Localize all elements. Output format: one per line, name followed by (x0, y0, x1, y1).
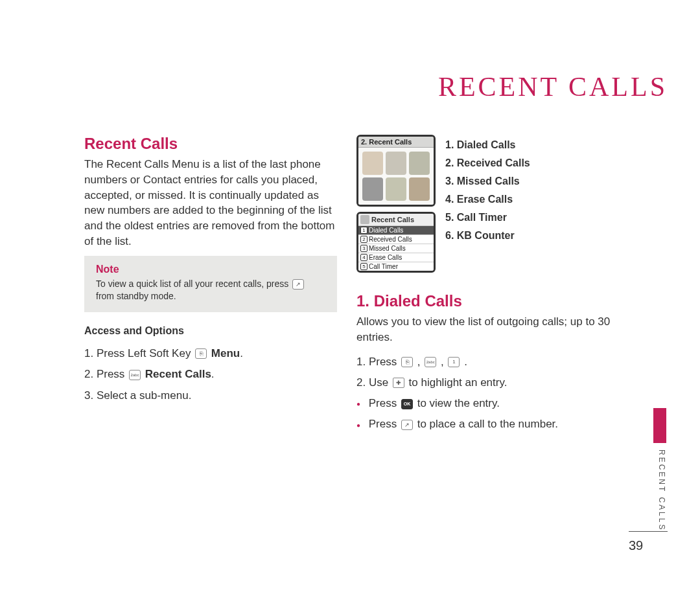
screen1-body (358, 148, 434, 205)
manual-page: RECENT CALLS Recent Calls The Recent Cal… (84, 71, 668, 553)
step-2: 2. Press Recent Calls. (84, 364, 337, 385)
note-box: Note To view a quick list of all your re… (84, 256, 337, 312)
phone-screenshots: 2. Recent Calls (356, 135, 436, 273)
screen-list-row: 3Missed Calls (358, 244, 434, 253)
menu-item: 1. Dialed Calls (445, 136, 530, 154)
ok-key-icon (401, 399, 413, 409)
note-text: To view a quick list of all your recent … (96, 278, 325, 303)
side-tab-color-block (653, 408, 666, 443)
screen-list-row: 2Received Calls (358, 234, 434, 244)
dialed-step-1: 1. Press , , . (356, 352, 629, 372)
phone-screen-recent-calls: Recent Calls 1Dialed Calls 2Received Cal… (356, 212, 436, 273)
menu-item: 2. Received Calls (445, 154, 530, 172)
screen-list-row: 1Dialed Calls (358, 225, 434, 234)
menu-grid-icon (409, 152, 430, 175)
section-heading-recent-calls: Recent Calls (84, 135, 337, 153)
dialed-intro: Allows you to view the list of outgoing … (356, 314, 629, 345)
send-key-icon (292, 279, 304, 290)
menu-grid-icon (409, 177, 430, 201)
access-steps: 1. Press Left Soft Key Menu. 2. Press Re… (84, 343, 337, 406)
left-soft-key-icon (195, 348, 207, 359)
phone-screen-main-menu: 2. Recent Calls (356, 135, 436, 207)
left-column: Recent Calls The Recent Calls Menu is a … (84, 135, 337, 435)
submenu-list: 1. Dialed Calls 2. Received Calls 3. Mis… (445, 135, 530, 273)
bullet-view-entry: Press to view the entry. (356, 393, 629, 414)
send-key-icon (401, 420, 413, 430)
bullet-place-call: Press to place a call to the number. (356, 414, 629, 435)
menu-grid-icon (362, 177, 383, 201)
menu-grid-icon (362, 152, 383, 175)
navigation-key-icon (393, 378, 404, 388)
note-title: Note (96, 264, 325, 275)
menu-item: 3. Missed Calls (445, 172, 530, 190)
right-column: 2. Recent Calls (356, 135, 629, 435)
key-1-icon (448, 357, 460, 367)
access-options-heading: Access and Options (84, 325, 337, 337)
screen-list-row: 5Call Timer (358, 262, 434, 271)
soft-key-icon (401, 357, 413, 367)
page-number: 39 (629, 531, 668, 553)
key-2abc-icon (425, 357, 436, 367)
key-2abc-icon (129, 370, 141, 380)
columns: Recent Calls The Recent Calls Menu is a … (84, 135, 668, 435)
step-3: 3. Select a sub-menu. (84, 385, 337, 406)
dialed-bullets: Press to view the entry. Press to place … (356, 393, 629, 435)
page-title: RECENT CALLS (84, 71, 668, 102)
section-heading-dialed-calls: 1. Dialed Calls (356, 292, 629, 310)
menu-item: 6. KB Counter (445, 227, 530, 245)
note-text-part2: from standby mode. (96, 291, 176, 301)
side-tab-label: RECENT CALLS (649, 450, 666, 531)
intro-paragraph: The Recent Calls Menu is a list of the l… (84, 157, 337, 249)
screen2-title: Recent Calls (371, 216, 414, 223)
menu-item: 5. Call Timer (445, 209, 530, 227)
right-top-row: 2. Recent Calls (356, 135, 629, 273)
screen-list-row: 4Erase Calls (358, 253, 434, 262)
recent-calls-title-icon (360, 215, 369, 224)
screen1-header: 2. Recent Calls (358, 137, 434, 148)
menu-icon-grid (362, 152, 430, 201)
side-tab: RECENT CALLS (649, 408, 668, 531)
dialed-step-2: 2. Use to highlight an entry. (356, 372, 629, 393)
step-1: 1. Press Left Soft Key Menu. (84, 343, 337, 364)
menu-grid-icon (386, 152, 406, 175)
menu-grid-icon (386, 177, 406, 201)
screen2-list: 1Dialed Calls 2Received Calls 3Missed Ca… (358, 225, 434, 271)
dialed-steps: 1. Press , , . 2. Use to highlight an en… (356, 352, 629, 394)
screen2-title-row: Recent Calls (358, 214, 434, 225)
menu-item: 4. Erase Calls (445, 190, 530, 209)
note-text-part1: To view a quick list of all your recent … (96, 279, 291, 289)
